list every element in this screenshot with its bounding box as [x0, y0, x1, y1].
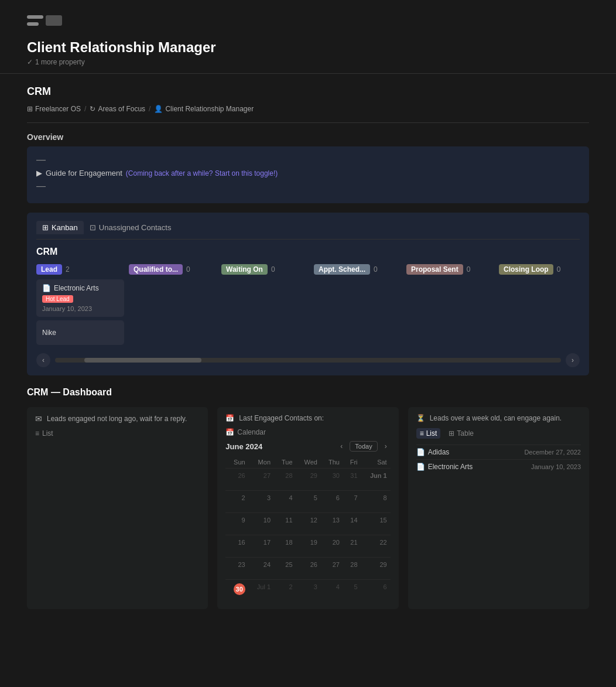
cal-day[interactable]: 17 — [249, 535, 274, 558]
right-tab-table[interactable]: ⊞ Table — [445, 428, 477, 439]
calendar-grid: Sun Mon Tue Wed Thu Fri Sat 26 27 28 29 — [225, 456, 390, 602]
cal-day[interactable]: 6 — [321, 491, 343, 513]
kanban-prev-button[interactable]: ‹ — [36, 353, 50, 367]
cal-day[interactable]: 5 — [343, 580, 361, 602]
cal-next-button[interactable]: › — [381, 441, 391, 452]
cal-header-wed: Wed — [296, 456, 321, 469]
cal-day[interactable]: 19 — [296, 535, 321, 558]
cal-day[interactable]: 2 — [274, 580, 296, 602]
cal-row-1: 26 27 28 29 30 31 Jun 1 — [225, 469, 390, 491]
tab-kanban[interactable]: ⊞ Kanban — [36, 221, 84, 234]
cal-day[interactable]: 18 — [274, 535, 296, 558]
email-icon: ✉ — [35, 414, 42, 423]
cal-day[interactable]: 13 — [321, 513, 343, 535]
right-tab-list[interactable]: ≡ List — [416, 428, 441, 439]
item-ea-name: 📄 Electronic Arts — [416, 463, 473, 471]
cal-day[interactable]: 9 — [225, 513, 248, 535]
cal-day[interactable]: 30 — [321, 469, 343, 491]
proposal-count: 0 — [467, 265, 471, 274]
cal-row-4: 16 17 18 19 20 21 22 — [225, 535, 390, 558]
cal-day[interactable]: 16 — [225, 535, 248, 558]
calendar-label: 📅 Calendar — [225, 428, 390, 436]
left-list-label[interactable]: ≡ List — [35, 429, 200, 438]
kanban-nav: ‹ › — [36, 353, 580, 367]
overview-guide-link[interactable]: (Coming back after a while? Start on thi… — [126, 169, 278, 177]
cal-day[interactable]: 21 — [343, 535, 361, 558]
chevron-down-icon: ✓ — [27, 58, 33, 66]
kanban-col-lead: Lead 2 📄 Electronic Arts Hot Lead Januar… — [36, 264, 124, 348]
overview-dash-2: — — [36, 181, 580, 192]
cal-row-6: 30 Jul 1 2 3 4 5 6 — [225, 580, 390, 602]
cal-day[interactable]: 29 — [361, 558, 391, 580]
kanban-col-header-closing: Closing Loop 0 — [499, 264, 580, 275]
cal-row-2: 2 3 4 5 6 7 8 — [225, 491, 390, 513]
logo-icon — [27, 11, 62, 34]
calendar-icon-mid: 📅 — [225, 414, 234, 422]
cal-day[interactable]: 4 — [321, 580, 343, 602]
cal-header-tue: Tue — [274, 456, 296, 469]
cal-today-cell[interactable]: 30 — [225, 580, 248, 602]
breadcrumb-item-areas[interactable]: ↻ Areas of Focus — [90, 105, 145, 113]
kanban-col-proposal: Proposal Sent 0 — [406, 264, 494, 348]
cal-day[interactable]: Jul 1 — [249, 580, 274, 602]
hourglass-icon: ⏳ — [416, 414, 425, 422]
cal-day[interactable]: 3 — [249, 491, 274, 513]
cal-day[interactable]: 26 — [296, 558, 321, 580]
cal-day[interactable]: 22 — [361, 535, 391, 558]
cal-day[interactable]: 6 — [361, 580, 391, 602]
closing-label: Closing Loop — [499, 264, 553, 275]
right-panel-header: ⏳ Leads over a week old, can engage agai… — [416, 414, 581, 422]
cal-day[interactable]: 10 — [249, 513, 274, 535]
cal-day[interactable]: 7 — [343, 491, 361, 513]
item-ea-date: January 10, 2023 — [531, 463, 581, 470]
cal-day[interactable]: 5 — [296, 491, 321, 513]
cal-today-button[interactable]: Today — [350, 441, 377, 452]
cal-header-mon: Mon — [249, 456, 274, 469]
cal-day[interactable]: 2 — [225, 491, 248, 513]
cal-day[interactable]: 28 — [343, 558, 361, 580]
cal-day[interactable]: 27 — [321, 558, 343, 580]
card-nike-title: Nike — [42, 325, 118, 340]
kanban-scrollbar[interactable] — [55, 358, 561, 363]
kanban-next-button[interactable]: › — [566, 353, 580, 367]
cal-day[interactable]: 23 — [225, 558, 248, 580]
cal-day[interactable]: 24 — [249, 558, 274, 580]
breadcrumb: ⊞ Freelancer OS / ↻ Areas of Focus / 👤 C… — [27, 105, 589, 113]
cal-day[interactable]: 11 — [274, 513, 296, 535]
kanban-card-ea[interactable]: 📄 Electronic Arts Hot Lead January 10, 2… — [36, 279, 124, 317]
cal-day[interactable]: 20 — [321, 535, 343, 558]
cal-day[interactable]: 29 — [296, 469, 321, 491]
card-ea-date: January 10, 2023 — [42, 305, 118, 312]
cal-day[interactable]: 27 — [249, 469, 274, 491]
lead-label: Lead — [36, 264, 62, 275]
cal-day[interactable]: 28 — [274, 469, 296, 491]
list-item-adidas[interactable]: 📄 Adidas December 27, 2022 — [416, 445, 581, 459]
cal-day[interactable]: 26 — [225, 469, 248, 491]
kanban-card-nike[interactable]: Nike — [36, 320, 124, 345]
cal-day[interactable]: 12 — [296, 513, 321, 535]
person-icon: 👤 — [154, 105, 163, 113]
table-icon-right: ⊞ — [449, 429, 454, 438]
breadcrumb-item-crm[interactable]: 👤 Client Relationship Manager — [154, 105, 254, 113]
cal-row-5: 23 24 25 26 27 28 29 — [225, 558, 390, 580]
cal-day[interactable]: 25 — [274, 558, 296, 580]
cal-month-nav: June 2024 ‹ Today › — [225, 441, 390, 452]
doc-icon-adidas-right: 📄 — [416, 448, 425, 456]
cal-day[interactable]: Jun 1 — [361, 469, 391, 491]
cal-day[interactable]: 15 — [361, 513, 391, 535]
cal-day[interactable]: 8 — [361, 491, 391, 513]
cal-day[interactable]: 4 — [274, 491, 296, 513]
cal-day[interactable]: 31 — [343, 469, 361, 491]
svg-rect-1 — [27, 22, 39, 26]
cycle-icon: ↻ — [90, 105, 95, 113]
cal-day[interactable]: 3 — [296, 580, 321, 602]
tab-unassigned[interactable]: ⊡ Unassigned Contacts — [84, 221, 177, 234]
list-item-ea[interactable]: 📄 Electronic Arts January 10, 2023 — [416, 459, 581, 474]
property-toggle[interactable]: ✓ 1 more property — [27, 58, 589, 66]
cal-prev-button[interactable]: ‹ — [337, 441, 346, 452]
cal-day[interactable]: 14 — [343, 513, 361, 535]
cal-header-sat: Sat — [361, 456, 391, 469]
list-icon-left: ≡ — [35, 429, 39, 438]
item-adidas-date: December 27, 2022 — [524, 449, 581, 456]
breadcrumb-item-freelancer[interactable]: ⊞ Freelancer OS — [27, 105, 81, 113]
